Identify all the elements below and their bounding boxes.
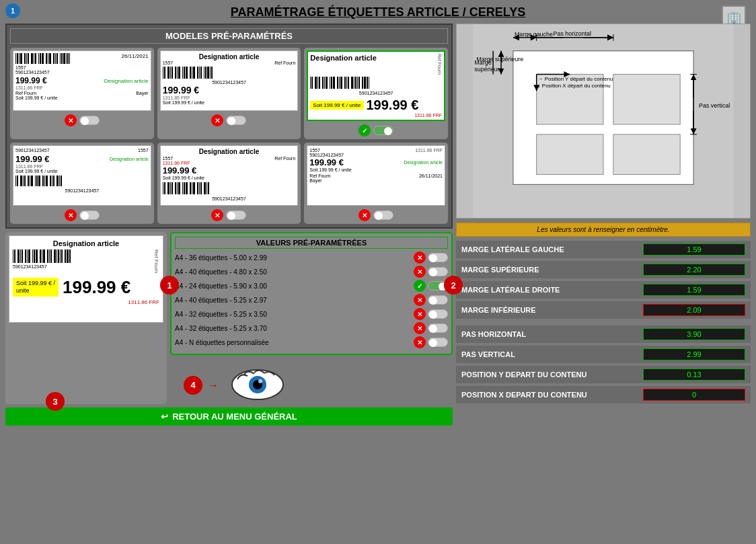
svg-rect-9 xyxy=(613,134,680,175)
valeur-toggle-6[interactable] xyxy=(428,338,448,347)
setting-marge-sup: MARGE SUPÉRIEURE xyxy=(456,261,751,278)
disable-btn-6[interactable]: ✕ xyxy=(358,209,371,221)
marge-inf-input[interactable] xyxy=(643,304,745,316)
pas-horizontal-input[interactable] xyxy=(643,328,745,340)
return-icon: ↩ xyxy=(161,412,168,422)
disable-btn-4[interactable]: ✕ xyxy=(65,209,77,221)
card-toggle-2[interactable]: ✕ xyxy=(211,114,246,126)
valeur-row-0: A4 - 36 étiquettes - 5.00 x 2.99 ✕ xyxy=(175,251,448,264)
eye-section: 4 → xyxy=(170,366,453,404)
model-card-1: 1557 5901234123457 26/11/2021 199.99 € D… xyxy=(10,48,154,139)
circle-2: 2 xyxy=(444,276,463,295)
pos-x-input[interactable] xyxy=(643,389,745,401)
marge-droite-input[interactable] xyxy=(643,284,745,296)
valeur-toggle-3[interactable] xyxy=(428,295,448,305)
valeur-row-6: A4 - N étiquettes personnalisée ✕ xyxy=(175,336,448,348)
circle-1: 1 xyxy=(160,276,179,295)
values-hint: Les valeurs sont à renseigner en centimè… xyxy=(456,223,751,237)
big-label-preview: Designation article 5901234123457 Ref Fo… xyxy=(9,235,163,323)
svg-text:Marge gauche: Marge gauche xyxy=(515,31,553,38)
enable-btn-3[interactable]: ✓ xyxy=(358,124,371,137)
svg-text:↓ Position X départ du contenu: ↓ Position X départ du contenu xyxy=(538,83,611,89)
app-logo: 1 xyxy=(5,3,20,18)
svg-text:→ Position Y départ du contenu: → Position Y départ du contenu xyxy=(538,76,613,82)
diagram-section: Marge gauche Marge supérieure Pas horizo… xyxy=(456,24,751,219)
toggle-1[interactable] xyxy=(79,116,100,125)
valeur-x-0[interactable]: ✕ xyxy=(414,251,426,264)
svg-text:supérieure: supérieure xyxy=(474,66,502,73)
header: 1 PARAMÉTRAGE ÉTIQUETTES ARTICLE / CEREL… xyxy=(0,0,756,24)
marge-gauche-input[interactable] xyxy=(643,243,745,256)
toggle-4[interactable] xyxy=(79,210,100,220)
circle-3: 3 xyxy=(46,392,65,411)
svg-point-3 xyxy=(258,379,262,383)
models-grid: 1557 5901234123457 26/11/2021 199.99 € D… xyxy=(10,48,448,224)
valeur-toggle-4[interactable] xyxy=(428,309,448,319)
card-toggle-5[interactable]: ✕ xyxy=(211,209,246,221)
model-card-5: Designation article 1557Ref Fourn 1311.8… xyxy=(157,143,301,224)
valeur-x-5[interactable]: ✕ xyxy=(414,322,426,334)
valeurs-section: VALEURS PRÉ-PARAMÉTRÉES A4 - 36 étiquett… xyxy=(170,232,453,355)
bottom-left-area: Designation article 5901234123457 Ref Fo… xyxy=(5,232,453,404)
valeur-x-6[interactable]: ✕ xyxy=(414,336,426,348)
main-layout: MODELES PRÉ-PARAMÉTRÉS 1557 590123412345… xyxy=(0,24,756,535)
model-preview-1: 1557 5901234123457 26/11/2021 199.99 € D… xyxy=(13,50,151,111)
valeur-row-1: A4 - 40 étiquettes - 4.80 x 2.50 ✕ xyxy=(175,266,448,278)
valeur-toggle-0[interactable] xyxy=(428,253,448,262)
model-card-2: Designation article 1557Ref Fourn 590123… xyxy=(157,48,301,139)
setting-marge-inf: MARGE INFÉRIEURE xyxy=(456,301,751,319)
eye-icon xyxy=(231,366,285,404)
svg-text:Marge: Marge xyxy=(474,59,491,66)
setting-pos-x: POSITION X DEPART DU CONTENU xyxy=(456,386,751,403)
model-preview-6: 15571311.86 FRF 5901234123457 199.99 € D… xyxy=(307,145,445,206)
page-title: PARAMÉTRAGE ÉTIQUETTES ARTICLE / CERELYS xyxy=(231,5,525,19)
model-card-4: 59012341234571557 199.99 € Designation a… xyxy=(10,143,154,224)
card-toggle-6[interactable]: ✕ xyxy=(358,209,393,221)
disable-btn-2[interactable]: ✕ xyxy=(211,114,223,126)
toggle-2[interactable] xyxy=(226,116,246,125)
model-card-3: Designation article Ref Fourn 5901234123… xyxy=(304,48,448,139)
circle-4: 4 xyxy=(184,376,202,395)
valeurs-title: VALEURS PRÉ-PARAMÉTRÉES xyxy=(175,237,448,249)
svg-rect-8 xyxy=(537,134,603,175)
setting-pas-horizontal: PAS HORIZONTAL xyxy=(456,325,751,343)
valeur-x-4[interactable]: ✕ xyxy=(414,308,426,320)
valeur-row-3: A4 - 40 étiquettes - 5.25 x 2.97 ✕ xyxy=(175,294,448,306)
valeur-row-4: A4 - 32 étiquettes - 5.25 x 3.50 ✕ xyxy=(175,308,448,320)
card-toggle-4[interactable]: ✕ xyxy=(65,209,100,221)
svg-rect-7 xyxy=(613,74,680,124)
toggle-6[interactable] xyxy=(373,210,393,220)
left-panel: MODELES PRÉ-PARAMÉTRÉS 1557 590123412345… xyxy=(5,24,453,535)
disable-btn-1[interactable]: ✕ xyxy=(65,114,77,126)
settings-section: MARGE LATÉRALE GAUCHE MARGE SUPÉRIEURE M… xyxy=(456,241,751,403)
return-button[interactable]: ↩ RETOUR AU MENU GÉNÉRAL xyxy=(5,407,453,426)
arrow-right-4: → xyxy=(208,379,219,391)
valeur-toggle-1[interactable] xyxy=(428,267,448,276)
valeur-x-1[interactable]: ✕ xyxy=(414,266,426,278)
card-toggle-3[interactable]: ✓ xyxy=(358,124,393,137)
setting-marge-gauche: MARGE LATÉRALE GAUCHE xyxy=(456,241,751,258)
model-preview-2: Designation article 1557Ref Fourn 590123… xyxy=(160,50,299,111)
valeur-row-2: A4 - 24 étiquettes - 5.90 x 3.00 ✓ xyxy=(175,280,448,292)
model-preview-5: Designation article 1557Ref Fourn 1311.8… xyxy=(160,145,299,206)
models-section: MODELES PRÉ-PARAMÉTRÉS 1557 590123412345… xyxy=(5,24,453,229)
setting-marge-droite: MARGE LATÉRALE DROITE xyxy=(456,281,751,299)
valeur-x-3[interactable]: ✕ xyxy=(414,294,426,306)
pos-y-input[interactable] xyxy=(643,368,745,381)
models-title: MODELES PRÉ-PARAMÉTRÉS xyxy=(10,28,448,44)
toggle-5[interactable] xyxy=(226,210,246,220)
valeur-row-5: A4 - 32 étiquettes - 5.25 x 3.70 ✕ xyxy=(175,322,448,334)
model-preview-3: Designation article Ref Fourn 5901234123… xyxy=(307,50,445,121)
return-label: RETOUR AU MENU GÉNÉRAL xyxy=(172,412,297,422)
valeur-toggle-5[interactable] xyxy=(428,323,448,333)
card-toggle-1[interactable]: ✕ xyxy=(65,114,100,126)
marge-sup-input[interactable] xyxy=(643,264,745,276)
svg-text:Pas vertical: Pas vertical xyxy=(699,102,730,109)
pas-vertical-input[interactable] xyxy=(643,348,745,360)
svg-text:Pas horizontal: Pas horizontal xyxy=(554,30,592,37)
valeur-check-2[interactable]: ✓ xyxy=(414,280,426,292)
setting-pas-vertical: PAS VERTICAL xyxy=(456,346,751,363)
toggle-3[interactable] xyxy=(373,126,393,135)
disable-btn-5[interactable]: ✕ xyxy=(211,209,223,221)
setting-pos-y: POSITION Y DEPART DU CONTENU xyxy=(456,366,751,383)
